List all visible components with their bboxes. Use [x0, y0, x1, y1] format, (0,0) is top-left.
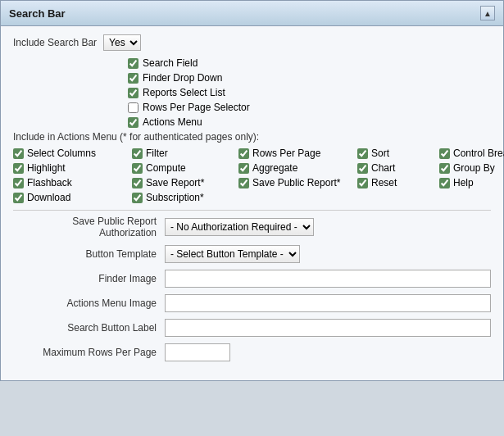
empty-cell-1 [238, 192, 357, 203]
group-by-checkbox[interactable] [439, 163, 450, 174]
sort-cell: Sort [357, 148, 439, 159]
panel-title: Search Bar [9, 7, 66, 20]
control-break-checkbox[interactable] [439, 148, 450, 159]
maximum-rows-label: Maximum Rows Per Page [13, 347, 165, 358]
flashback-checkbox[interactable] [13, 178, 24, 188]
flashback-label: Flashback [27, 177, 72, 188]
include-search-bar-label: Include Search Bar [13, 37, 97, 48]
select-columns-checkbox[interactable] [13, 148, 24, 159]
finder-drop-down-label: Finder Drop Down [143, 72, 222, 84]
select-columns-label: Select Columns [27, 148, 96, 159]
search-button-label-label: Search Button Label [13, 322, 165, 334]
save-public-report-checkbox[interactable] [238, 178, 249, 188]
maximum-rows-row: Maximum Rows Per Page [13, 343, 491, 361]
highlight-label: Highlight [27, 162, 66, 174]
reset-label: Reset [371, 177, 397, 188]
actions-menu-image-input[interactable] [165, 294, 491, 312]
actions-menu-image-row: Actions Menu Image [13, 294, 491, 312]
search-button-label-row: Search Button Label [13, 319, 491, 337]
actions-menu-image-label: Actions Menu Image [13, 297, 165, 309]
filter-cell: Filter [132, 148, 238, 159]
highlight-checkbox[interactable] [13, 163, 24, 174]
save-report-cell: Save Report* [132, 177, 238, 188]
rows-per-page-cell: Rows Per Page [238, 148, 357, 159]
help-checkbox[interactable] [439, 178, 450, 188]
search-field-label: Search Field [143, 57, 198, 69]
save-public-report-auth-select[interactable]: - No Authorization Required - Authorizat… [165, 218, 314, 236]
button-template-row: Button Template - Select Button Template… [13, 245, 491, 263]
maximum-rows-input[interactable] [165, 343, 230, 361]
chart-checkbox[interactable] [357, 163, 368, 174]
help-cell: Help [439, 177, 504, 188]
actions-checkboxes-grid: Select Columns Filter Rows Per Page Sort… [13, 148, 491, 203]
compute-cell: Compute [132, 162, 238, 174]
save-public-report-cell: Save Public Report* [238, 177, 357, 188]
include-search-bar-row: Include Search Bar Yes No [13, 34, 491, 51]
actions-menu-label: Actions Menu [143, 116, 202, 128]
button-template-label: Button Template [13, 248, 165, 260]
actions-menu-item: Actions Menu [128, 116, 491, 128]
compute-label: Compute [146, 162, 186, 174]
group-by-label: Group By [453, 162, 495, 174]
reports-select-list-checkbox[interactable] [128, 88, 138, 98]
reset-checkbox[interactable] [357, 178, 368, 188]
button-template-select[interactable]: - Select Button Template - [165, 245, 300, 263]
save-public-report-label: Save Public Report* [252, 177, 340, 188]
highlight-cell: Highlight [13, 162, 132, 174]
search-bar-options: Search Field Finder Drop Down Reports Se… [128, 57, 491, 128]
rows-per-page-selector-label: Rows Per Page Selector [143, 102, 250, 113]
select-columns-cell: Select Columns [13, 148, 132, 159]
subscription-checkbox[interactable] [132, 193, 143, 203]
rows-per-page-selector-checkbox[interactable] [128, 102, 138, 113]
panel-header: Search Bar ▲ [1, 1, 503, 26]
aggregate-cell: Aggregate [238, 162, 357, 174]
chart-cell: Chart [357, 162, 439, 174]
actions-menu-checkbox[interactable] [128, 117, 138, 128]
search-button-label-input[interactable] [165, 319, 491, 337]
include-search-bar-select[interactable]: Yes No [103, 34, 141, 51]
search-field-checkbox[interactable] [128, 58, 138, 69]
collapse-button[interactable]: ▲ [480, 6, 495, 20]
save-public-report-auth-row: Save Public Report Authorization - No Au… [13, 216, 491, 238]
filter-label: Filter [146, 148, 168, 159]
download-cell: Download [13, 192, 132, 203]
save-public-report-auth-label: Save Public Report Authorization [13, 216, 165, 238]
finder-drop-down-item: Finder Drop Down [128, 72, 491, 84]
finder-image-row: Finder Image [13, 270, 491, 288]
finder-drop-down-checkbox[interactable] [128, 73, 138, 84]
aggregate-checkbox[interactable] [238, 163, 249, 174]
rows-per-page-label: Rows Per Page [252, 148, 320, 159]
group-by-cell: Group By [439, 162, 504, 174]
collapse-icon: ▲ [484, 9, 492, 18]
rows-per-page-selector-item: Rows Per Page Selector [128, 102, 491, 113]
compute-checkbox[interactable] [132, 163, 143, 174]
subscription-label: Subscription* [146, 192, 204, 203]
panel-body: Include Search Bar Yes No Search Field F… [1, 26, 503, 380]
aggregate-label: Aggregate [252, 162, 297, 174]
finder-image-input[interactable] [165, 270, 491, 288]
control-break-cell: Control Break [439, 148, 504, 159]
empty-cell-3 [439, 192, 504, 203]
sort-label: Sort [371, 148, 389, 159]
download-label: Download [27, 192, 70, 203]
search-bar-panel: Search Bar ▲ Include Search Bar Yes No S… [0, 0, 504, 381]
empty-cell-2 [357, 192, 439, 203]
subscription-cell: Subscription* [132, 192, 238, 203]
filter-checkbox[interactable] [132, 148, 143, 159]
download-checkbox[interactable] [13, 193, 24, 203]
finder-image-label: Finder Image [13, 273, 165, 284]
reports-select-list-item: Reports Select List [128, 87, 491, 98]
save-report-label: Save Report* [146, 177, 204, 188]
divider-1 [13, 210, 491, 211]
actions-menu-section-label: Include in Actions Menu (* for authentic… [13, 131, 491, 143]
search-field-item: Search Field [128, 57, 491, 69]
save-report-checkbox[interactable] [132, 178, 143, 188]
rows-per-page-checkbox[interactable] [238, 148, 249, 159]
flashback-cell: Flashback [13, 177, 132, 188]
sort-checkbox[interactable] [357, 148, 368, 159]
chart-label: Chart [371, 162, 395, 174]
control-break-label: Control Break [453, 148, 504, 159]
help-label: Help [453, 177, 474, 188]
reset-cell: Reset [357, 177, 439, 188]
reports-select-list-label: Reports Select List [143, 87, 225, 98]
